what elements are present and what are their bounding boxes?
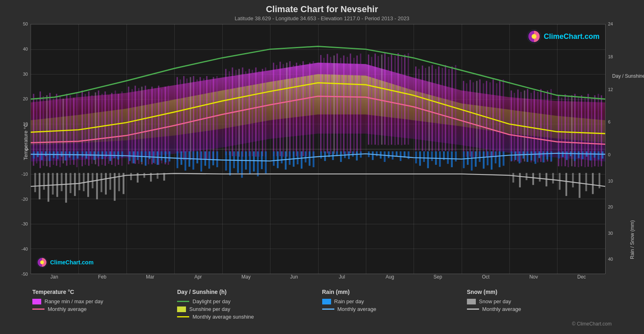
legend-item-rain: Rain per day [322,298,467,304]
svg-rect-206 [237,151,239,173]
svg-rect-262 [479,151,480,162]
svg-rect-125 [486,81,487,157]
svg-rect-65 [265,68,266,157]
legend-line-temp-avg [32,308,44,310]
svg-rect-291 [602,151,603,159]
svg-rect-210 [253,151,255,172]
svg-rect-191 [169,151,170,162]
svg-rect-255 [447,151,449,164]
svg-rect-183 [137,151,138,160]
legend-swatch-rain [322,299,331,304]
x-tick-oct: Oct [462,274,510,285]
y-tick-n20: -20 [21,197,28,202]
legend-item-temp-avg: Monthly average [32,306,177,312]
legend-section: Temperature °C Range min / max per day M… [8,285,636,330]
svg-rect-87 [347,57,348,154]
y-tick-20: 20 [23,96,28,101]
legend-title-sunshine: Day / Sunshine (h) [177,289,322,295]
svg-rect-102 [401,57,402,145]
svg-rect-296 [52,173,53,194]
svg-rect-84 [336,53,338,153]
svg-rect-29 [135,86,136,164]
svg-rect-52 [216,76,217,160]
svg-rect-136 [527,89,528,162]
svg-rect-131 [511,90,512,161]
svg-rect-280 [558,151,560,159]
x-tick-aug: Aug [366,274,414,285]
svg-rect-118 [463,81,464,157]
svg-rect-82 [330,57,331,154]
svg-rect-275 [534,151,536,164]
svg-rect-295 [48,173,49,202]
y-tick-n40: -40 [21,247,28,251]
svg-rect-308 [105,173,107,194]
svg-rect-140 [540,89,541,162]
svg-rect-238 [376,151,378,156]
svg-rect-78 [312,61,314,156]
legend-item-temp-range: Range min / max per day [32,298,177,304]
svg-rect-28 [131,89,133,164]
svg-rect-110 [431,65,433,151]
y-tick-30: 30 [23,72,28,77]
x-tick-jun: Jun [270,274,318,285]
svg-rect-79 [320,55,321,153]
svg-rect-101 [397,53,399,145]
legend-title-rain: Rain (mm) [322,289,467,295]
svg-rect-89 [353,58,355,154]
svg-rect-258 [463,151,465,168]
svg-rect-204 [229,151,231,175]
svg-rect-91 [360,53,361,153]
svg-rect-73 [296,63,297,156]
svg-rect-281 [562,151,564,157]
svg-rect-116 [452,66,453,151]
svg-rect-251 [431,151,433,161]
svg-rect-146 [564,94,566,166]
y-right-tick-20: 20 [608,204,613,209]
svg-rect-304 [87,173,89,197]
y-tick-n10: -10 [21,172,28,177]
svg-rect-260 [471,151,473,170]
svg-rect-64 [262,69,263,156]
copyright-text: © ClimeChart.com [467,317,612,327]
y-axis-right-rain-label: Rain / Snow (mm) [629,220,635,259]
svg-rect-203 [225,151,227,170]
x-tick-jul: Jul [318,274,366,285]
svg-rect-56 [235,70,236,156]
svg-rect-325 [552,173,554,183]
svg-rect-178 [113,151,115,158]
svg-rect-202 [216,151,218,167]
svg-rect-197 [196,151,198,164]
x-tick-feb: Feb [78,274,127,285]
legend-group-rain: Rain (mm) Rain per day Monthly average [322,289,467,327]
legend-line-sunshine-avg [177,316,189,317]
svg-rect-106 [418,69,420,150]
logo-icon-bottom [36,257,48,268]
x-tick-mar: Mar [126,274,174,285]
svg-rect-58 [242,68,243,157]
svg-rect-160 [41,151,42,160]
svg-rect-217 [285,151,287,170]
legend-label-rain-avg: Monthly average [338,306,376,312]
y-tick-0: 0 [25,147,28,151]
y-right-tick-10: 10 [608,179,613,183]
y-right-tick-18: 18 [608,54,613,59]
legend-item-sunshine: Sunshine per day [177,306,322,312]
svg-rect-306 [96,173,98,199]
main-container: Climate Chart for Nevsehir Latitude 38.6… [0,0,644,334]
legend-title-temperature: Temperature °C [32,289,177,295]
y-axis-right-top-label: Day / Sunshine (h) [612,73,644,79]
svg-rect-2 [40,91,41,168]
svg-rect-322 [532,173,534,185]
svg-rect-220 [297,151,298,164]
svg-rect-22 [108,95,109,164]
svg-rect-284 [574,151,575,161]
svg-rect-286 [582,151,583,159]
svg-rect-103 [404,55,405,145]
svg-rect-189 [160,151,162,161]
legend-item-daylight: Daylight per day [177,298,322,304]
svg-rect-132 [514,93,515,161]
svg-rect-130 [503,79,504,157]
svg-rect-62 [255,68,256,157]
svg-rect-249 [423,151,425,162]
y-tick-n50: -50 [21,272,28,277]
